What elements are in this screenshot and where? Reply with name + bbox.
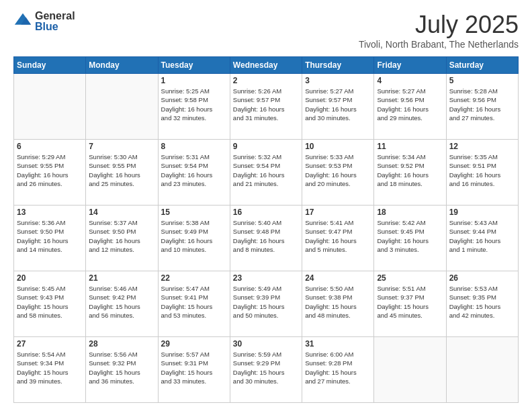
day-info: Sunrise: 5:41 AM Sunset: 9:47 PM Dayligh… bbox=[305, 218, 371, 254]
day-info: Sunrise: 5:49 AM Sunset: 9:39 PM Dayligh… bbox=[233, 284, 299, 320]
calendar-cell: 5Sunrise: 5:28 AM Sunset: 9:56 PM Daylig… bbox=[446, 74, 518, 140]
day-number: 4 bbox=[377, 76, 443, 85]
calendar-cell: 12Sunrise: 5:35 AM Sunset: 9:51 PM Dayli… bbox=[446, 140, 518, 205]
day-number: 22 bbox=[161, 273, 227, 283]
day-number: 31 bbox=[305, 339, 371, 349]
calendar-cell: 24Sunrise: 5:50 AM Sunset: 9:38 PM Dayli… bbox=[302, 271, 374, 337]
calendar-cell: 26Sunrise: 5:53 AM Sunset: 9:35 PM Dayli… bbox=[446, 271, 518, 337]
calendar-cell: 20Sunrise: 5:45 AM Sunset: 9:43 PM Dayli… bbox=[14, 271, 86, 337]
day-info: Sunrise: 5:54 AM Sunset: 9:34 PM Dayligh… bbox=[17, 350, 83, 385]
logo: General Blue bbox=[13, 11, 75, 32]
day-info: Sunrise: 5:42 AM Sunset: 9:45 PM Dayligh… bbox=[377, 218, 443, 254]
calendar-cell: 7Sunrise: 5:30 AM Sunset: 9:55 PM Daylig… bbox=[86, 140, 158, 205]
calendar-cell bbox=[14, 74, 86, 140]
calendar-cell: 9Sunrise: 5:32 AM Sunset: 9:54 PM Daylig… bbox=[230, 140, 302, 205]
day-info: Sunrise: 5:36 AM Sunset: 9:50 PM Dayligh… bbox=[17, 218, 83, 254]
day-header-saturday: Saturday bbox=[446, 57, 518, 74]
day-header-friday: Friday bbox=[374, 57, 446, 74]
day-number: 24 bbox=[305, 273, 371, 283]
day-header-sunday: Sunday bbox=[14, 57, 86, 74]
calendar-cell bbox=[374, 337, 446, 403]
day-number: 26 bbox=[449, 273, 515, 283]
day-info: Sunrise: 5:25 AM Sunset: 9:58 PM Dayligh… bbox=[161, 87, 227, 122]
day-number: 19 bbox=[449, 208, 515, 217]
calendar-cell: 2Sunrise: 5:26 AM Sunset: 9:57 PM Daylig… bbox=[230, 74, 302, 140]
day-number: 28 bbox=[89, 339, 154, 349]
day-info: Sunrise: 5:43 AM Sunset: 9:44 PM Dayligh… bbox=[449, 218, 515, 254]
day-header-monday: Monday bbox=[86, 57, 158, 74]
calendar-week-5: 27Sunrise: 5:54 AM Sunset: 9:34 PM Dayli… bbox=[14, 337, 519, 403]
calendar-cell: 21Sunrise: 5:46 AM Sunset: 9:42 PM Dayli… bbox=[86, 271, 158, 337]
day-info: Sunrise: 5:50 AM Sunset: 9:38 PM Dayligh… bbox=[305, 284, 371, 320]
day-info: Sunrise: 5:30 AM Sunset: 9:55 PM Dayligh… bbox=[89, 152, 154, 188]
calendar-cell: 30Sunrise: 5:59 AM Sunset: 9:29 PM Dayli… bbox=[230, 337, 302, 403]
calendar-cell bbox=[446, 337, 518, 403]
day-number: 16 bbox=[233, 208, 299, 217]
calendar-week-1: 1Sunrise: 5:25 AM Sunset: 9:58 PM Daylig… bbox=[14, 74, 519, 140]
day-info: Sunrise: 5:26 AM Sunset: 9:57 PM Dayligh… bbox=[233, 87, 299, 122]
calendar-cell: 3Sunrise: 5:27 AM Sunset: 9:57 PM Daylig… bbox=[302, 74, 374, 140]
calendar-cell: 28Sunrise: 5:56 AM Sunset: 9:32 PM Dayli… bbox=[86, 337, 158, 403]
day-info: Sunrise: 5:51 AM Sunset: 9:37 PM Dayligh… bbox=[377, 284, 443, 320]
day-info: Sunrise: 5:34 AM Sunset: 9:52 PM Dayligh… bbox=[377, 152, 443, 188]
day-info: Sunrise: 5:56 AM Sunset: 9:32 PM Dayligh… bbox=[89, 350, 154, 385]
day-info: Sunrise: 5:31 AM Sunset: 9:54 PM Dayligh… bbox=[161, 152, 227, 188]
day-info: Sunrise: 5:57 AM Sunset: 9:31 PM Dayligh… bbox=[161, 350, 227, 385]
logo-text: General Blue bbox=[35, 11, 75, 32]
calendar-cell: 27Sunrise: 5:54 AM Sunset: 9:34 PM Dayli… bbox=[14, 337, 86, 403]
day-number: 25 bbox=[377, 273, 443, 283]
day-header-tuesday: Tuesday bbox=[158, 57, 230, 74]
day-number: 2 bbox=[233, 76, 299, 85]
day-number: 11 bbox=[377, 142, 443, 151]
day-number: 8 bbox=[161, 142, 227, 151]
calendar-cell: 29Sunrise: 5:57 AM Sunset: 9:31 PM Dayli… bbox=[158, 337, 230, 403]
day-number: 3 bbox=[305, 76, 371, 85]
day-info: Sunrise: 5:28 AM Sunset: 9:56 PM Dayligh… bbox=[449, 87, 515, 122]
calendar-week-3: 13Sunrise: 5:36 AM Sunset: 9:50 PM Dayli… bbox=[14, 205, 519, 271]
day-number: 9 bbox=[233, 142, 299, 151]
day-number: 13 bbox=[17, 208, 83, 217]
calendar-cell: 16Sunrise: 5:40 AM Sunset: 9:48 PM Dayli… bbox=[230, 205, 302, 271]
day-header-thursday: Thursday bbox=[302, 57, 374, 74]
calendar-cell: 4Sunrise: 5:27 AM Sunset: 9:56 PM Daylig… bbox=[374, 74, 446, 140]
day-info: Sunrise: 6:00 AM Sunset: 9:28 PM Dayligh… bbox=[305, 350, 371, 385]
day-info: Sunrise: 5:27 AM Sunset: 9:57 PM Dayligh… bbox=[305, 87, 371, 122]
calendar-cell: 31Sunrise: 6:00 AM Sunset: 9:28 PM Dayli… bbox=[302, 337, 374, 403]
calendar-cell: 14Sunrise: 5:37 AM Sunset: 9:50 PM Dayli… bbox=[86, 205, 158, 271]
calendar-cell: 15Sunrise: 5:38 AM Sunset: 9:49 PM Dayli… bbox=[158, 205, 230, 271]
month-year: July 2025 bbox=[359, 11, 519, 39]
page: General Blue July 2025 Tivoli, North Bra… bbox=[0, 0, 532, 411]
day-number: 30 bbox=[233, 339, 299, 349]
day-info: Sunrise: 5:29 AM Sunset: 9:55 PM Dayligh… bbox=[17, 152, 83, 188]
day-number: 27 bbox=[17, 339, 83, 349]
day-number: 5 bbox=[449, 76, 515, 85]
day-number: 7 bbox=[89, 142, 154, 151]
day-info: Sunrise: 5:59 AM Sunset: 9:29 PM Dayligh… bbox=[233, 350, 299, 385]
calendar-cell bbox=[86, 74, 158, 140]
day-number: 23 bbox=[233, 273, 299, 283]
day-number: 10 bbox=[305, 142, 371, 151]
day-number: 21 bbox=[89, 273, 154, 283]
calendar-cell: 11Sunrise: 5:34 AM Sunset: 9:52 PM Dayli… bbox=[374, 140, 446, 205]
calendar-week-2: 6Sunrise: 5:29 AM Sunset: 9:55 PM Daylig… bbox=[14, 140, 519, 205]
calendar-cell: 22Sunrise: 5:47 AM Sunset: 9:41 PM Dayli… bbox=[158, 271, 230, 337]
day-info: Sunrise: 5:53 AM Sunset: 9:35 PM Dayligh… bbox=[449, 284, 515, 320]
calendar-cell: 1Sunrise: 5:25 AM Sunset: 9:58 PM Daylig… bbox=[158, 74, 230, 140]
day-number: 14 bbox=[89, 208, 154, 217]
calendar-week-4: 20Sunrise: 5:45 AM Sunset: 9:43 PM Dayli… bbox=[14, 271, 519, 337]
day-number: 1 bbox=[161, 76, 227, 85]
calendar-cell: 13Sunrise: 5:36 AM Sunset: 9:50 PM Dayli… bbox=[14, 205, 86, 271]
logo-icon bbox=[13, 12, 32, 31]
logo-blue-text: Blue bbox=[35, 21, 75, 32]
calendar-cell: 23Sunrise: 5:49 AM Sunset: 9:39 PM Dayli… bbox=[230, 271, 302, 337]
day-info: Sunrise: 5:47 AM Sunset: 9:41 PM Dayligh… bbox=[161, 284, 227, 320]
calendar-table: SundayMondayTuesdayWednesdayThursdayFrid… bbox=[13, 56, 519, 403]
day-info: Sunrise: 5:46 AM Sunset: 9:42 PM Dayligh… bbox=[89, 284, 154, 320]
day-info: Sunrise: 5:35 AM Sunset: 9:51 PM Dayligh… bbox=[449, 152, 515, 188]
day-number: 12 bbox=[449, 142, 515, 151]
calendar-cell: 17Sunrise: 5:41 AM Sunset: 9:47 PM Dayli… bbox=[302, 205, 374, 271]
calendar-cell: 19Sunrise: 5:43 AM Sunset: 9:44 PM Dayli… bbox=[446, 205, 518, 271]
calendar-cell: 25Sunrise: 5:51 AM Sunset: 9:37 PM Dayli… bbox=[374, 271, 446, 337]
day-number: 20 bbox=[17, 273, 83, 283]
day-number: 6 bbox=[17, 142, 83, 151]
